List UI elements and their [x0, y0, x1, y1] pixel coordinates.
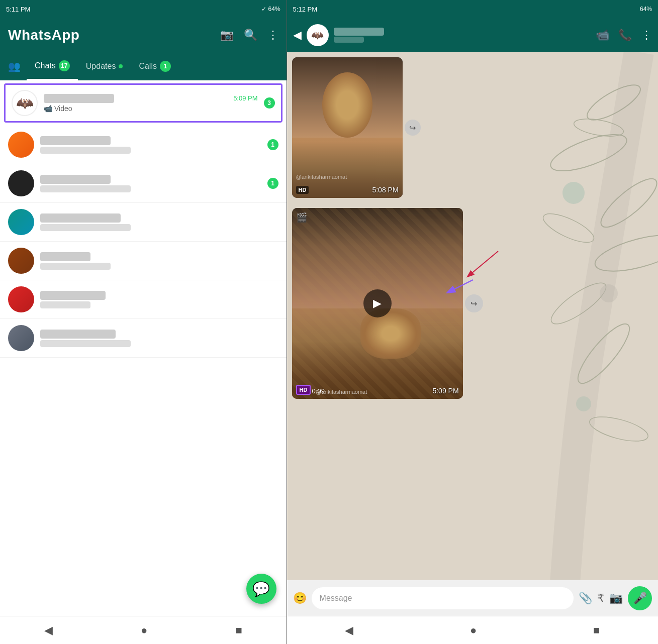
messages-container: @ankitasharmaomat HD 5:08 PM ↪ [287, 52, 658, 580]
nav-bar-right: ◀ ● ■ [287, 616, 658, 644]
contact-status [334, 37, 364, 43]
contact-avatar[interactable]: 🦇 [307, 24, 329, 46]
video-bubble-1[interactable]: @ankitasharmaomat HD 5:08 PM [292, 57, 403, 198]
status-bar-left: 5:11 PM ✓ 64% [0, 0, 287, 18]
battery-left: 64% [268, 6, 280, 13]
more-menu-icon[interactable]: ⋮ [267, 29, 278, 42]
avatar-batman: 🦇 [12, 90, 38, 116]
voice-call-icon[interactable]: 📞 [618, 29, 632, 42]
first-chat-preview: 📹 Video [44, 104, 258, 113]
tab-updates-label: Updates [86, 62, 116, 71]
badge-2: 1 [267, 139, 278, 150]
avatar-7 [8, 325, 34, 351]
avatar-4 [8, 209, 34, 235]
status-bar-right: 5:12 PM 64% [287, 0, 658, 18]
avatar-3 [8, 170, 34, 196]
app-title: WhatsApp [8, 27, 79, 43]
chat-info-6 [40, 291, 278, 308]
chat-item-4[interactable] [0, 203, 287, 242]
right-panel: 5:12 PM 64% ◀ 🦇 📹 📞 ⋮ [287, 0, 658, 644]
preview-blurred-5 [40, 263, 111, 270]
time-right: 5:12 PM [293, 6, 317, 13]
chat-top-7 [40, 330, 278, 339]
chat-item-highlighted[interactable]: 🦇 5:09 PM 📹 Video 3 [4, 83, 283, 123]
chat-name-7 [40, 330, 116, 339]
first-chat-time: 5:09 PM [233, 94, 257, 102]
forward-button-2[interactable]: ↪ [465, 294, 483, 312]
avatar-2 [8, 132, 34, 158]
community-icon: 👥 [8, 61, 21, 72]
chat-name-3 [40, 175, 111, 184]
hd-badge-1: HD [296, 186, 309, 194]
chat-preview-4 [40, 224, 278, 231]
rupee-icon[interactable]: ₹ [597, 592, 604, 605]
chat-preview-2 [40, 147, 261, 154]
back-nav-left[interactable]: ◀ [34, 620, 63, 641]
video-icon: 📹 [44, 104, 52, 113]
avatar-6 [8, 286, 34, 312]
attach-icon[interactable]: 📎 [579, 592, 592, 605]
play-icon: ▶ [373, 297, 382, 310]
emoji-icon[interactable]: 😊 [293, 592, 307, 605]
message-video-1: @ankitasharmaomat HD 5:08 PM ↪ [292, 57, 403, 198]
mic-button[interactable]: 🎤 [628, 586, 652, 610]
message-input[interactable]: Message [312, 587, 574, 609]
battery-right: 64% [640, 6, 652, 13]
contact-info[interactable] [334, 28, 591, 43]
left-panel: 5:11 PM ✓ 64% WhatsApp 📷 🔍 ⋮ 👥 Chats 17 … [0, 0, 287, 644]
updates-dot [119, 64, 123, 68]
status-icons-left: ✓ 64% [261, 6, 280, 13]
tab-chats[interactable]: Chats 17 [27, 52, 78, 80]
tab-calls-label: Calls [139, 62, 157, 71]
play-button-2[interactable]: ▶ [363, 289, 392, 317]
contact-name [334, 28, 384, 36]
contact-avatar-icon: 🦇 [311, 29, 324, 41]
preview-blurred-4 [40, 224, 131, 231]
app-header: WhatsApp 📷 🔍 ⋮ [0, 18, 287, 52]
film-icon-2: 🎬 [296, 212, 307, 223]
chat-more-menu-icon[interactable]: ⋮ [641, 29, 652, 42]
chat-item-2[interactable]: 1 [0, 126, 287, 164]
input-bar: 😊 Message 📎 ₹ 📷 🎤 [287, 580, 658, 616]
video-call-icon[interactable]: 📹 [596, 29, 609, 42]
back-nav-right[interactable]: ◀ [335, 620, 363, 641]
nav-bar-left: ◀ ● ■ [0, 616, 287, 644]
forward-icon-1: ↪ [409, 123, 416, 133]
watermark-2: @ankitasharmaomat [316, 389, 367, 395]
video-time-1: 5:08 PM [372, 186, 398, 194]
chat-preview-3 [40, 185, 261, 192]
camera-icon[interactable]: 📷 [220, 29, 234, 42]
video-bubble-2[interactable]: 🎬 ▶ HD 0:09 @ankitasharmaomat 5:09 PM [292, 208, 463, 399]
signal-icon: ✓ [261, 6, 266, 13]
chat-item-5[interactable] [0, 242, 287, 280]
chat-preview-6 [40, 301, 278, 308]
chat-item-7[interactable] [0, 319, 287, 358]
preview-blurred-7 [40, 340, 131, 347]
camera-input-icon[interactable]: 📷 [609, 592, 623, 605]
forward-button-1[interactable]: ↪ [405, 120, 421, 136]
preview-text: Video [54, 104, 72, 113]
chat-top-6 [40, 291, 278, 300]
chat-icon: 💬 [252, 581, 270, 597]
new-chat-fab[interactable]: 💬 [246, 574, 276, 604]
home-nav-right[interactable]: ● [460, 620, 487, 641]
header-icons: 📷 🔍 ⋮ [220, 29, 278, 42]
chat-top-2 [40, 136, 261, 145]
recents-nav-left[interactable]: ■ [226, 620, 252, 641]
chat-header-icons: 📹 📞 ⋮ [596, 29, 652, 42]
search-icon[interactable]: 🔍 [244, 29, 257, 42]
video-thumbnail-1: @ankitasharmaomat HD 5:08 PM [292, 57, 403, 198]
chat-top-5 [40, 252, 278, 261]
tab-updates[interactable]: Updates [78, 52, 131, 80]
video-time-2: 5:09 PM [432, 387, 458, 395]
chat-preview-7 [40, 340, 278, 347]
chat-name-2 [40, 136, 111, 145]
tab-calls[interactable]: Calls 1 [131, 52, 179, 80]
home-nav-left[interactable]: ● [131, 620, 157, 641]
chat-item-3[interactable]: 1 [0, 164, 287, 203]
recents-nav-right[interactable]: ■ [583, 620, 610, 641]
back-button[interactable]: ◀ [293, 29, 302, 42]
tab-community[interactable]: 👥 [2, 60, 27, 72]
chat-name-4 [40, 213, 121, 223]
chat-item-6[interactable] [0, 280, 287, 319]
